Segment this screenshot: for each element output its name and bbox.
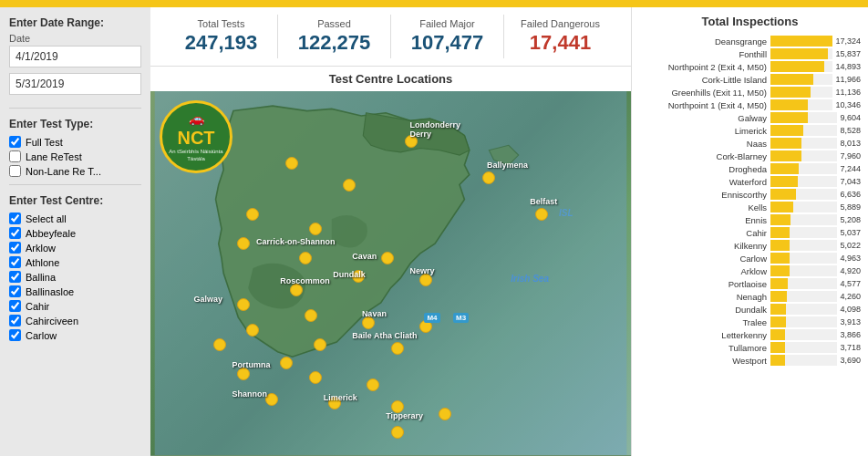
bar-name: Waterford <box>639 177 767 187</box>
carlow-checkbox[interactable] <box>9 329 21 341</box>
bar-container <box>770 291 837 302</box>
bar-fill <box>770 214 790 225</box>
bar-row: Westport3,690 <box>639 355 861 366</box>
centre-abbeyfeale: Abbeyfeale <box>9 227 141 239</box>
bar-name: Drogheda <box>639 164 767 174</box>
bar-name: Kilkenny <box>639 241 767 251</box>
bar-container <box>770 125 837 136</box>
bar-value: 4,098 <box>840 305 861 314</box>
label-m4: M4 <box>424 313 439 323</box>
failed-major-label: Failed Major <box>398 18 496 29</box>
total-tests-label: Total Tests <box>172 18 270 29</box>
bar-container <box>770 61 832 72</box>
label-m3: M3 <box>453 313 469 323</box>
centre-ballina: Ballina <box>9 271 141 283</box>
bar-row: Waterford7,043 <box>639 176 861 187</box>
bar-value: 4,920 <box>840 266 861 275</box>
bar-fill <box>770 253 790 264</box>
bar-fill <box>770 329 785 340</box>
bar-row: Deansgrange17,324 <box>639 36 861 47</box>
ballinasloe-checkbox[interactable] <box>9 285 21 297</box>
abbeyfeale-label: Abbeyfeale <box>26 228 76 239</box>
bar-name: Westport <box>639 356 767 366</box>
bar-row: Tullamore3,718 <box>639 342 861 353</box>
test-type-nonLane: Non-Lane Re T... <box>9 165 141 177</box>
bar-value: 3,913 <box>840 317 861 326</box>
abbeyfeale-checkbox[interactable] <box>9 227 21 239</box>
label-shannon: Shannon <box>232 389 268 399</box>
bar-row: Kilkenny5,022 <box>639 240 861 251</box>
bar-value: 7,960 <box>840 151 861 161</box>
centre-ballinasloe: Ballinasloe <box>9 285 141 297</box>
bar-fill <box>770 125 803 136</box>
bar-name: Enniscorthy <box>639 190 767 200</box>
nonLane-label: Non-Lane Re T... <box>26 166 101 177</box>
arklow-checkbox[interactable] <box>9 242 21 254</box>
label-portumna: Portumna <box>232 360 271 369</box>
bar-value: 6,636 <box>840 190 861 199</box>
dot-3 <box>246 208 259 221</box>
dot-dundalk <box>381 252 394 264</box>
label-roscommon: Roscommon <box>280 276 330 285</box>
bar-name: Galway <box>639 113 767 123</box>
bar-row: Northpoint 1 (Exit 4, M50)10,346 <box>639 99 861 110</box>
dot-baile <box>391 342 404 355</box>
bar-value: 15,837 <box>835 49 861 58</box>
nonLane-checkbox[interactable] <box>9 165 21 177</box>
selectall-checkbox[interactable] <box>9 212 21 224</box>
test-type-fulltest: Full Test <box>9 136 141 148</box>
arklow-label: Arklow <box>26 243 56 254</box>
divider-1 <box>9 108 141 109</box>
athlone-checkbox[interactable] <box>9 256 21 268</box>
centre-arklow: Arklow <box>9 242 141 254</box>
bar-row: Nenagh4,260 <box>639 291 861 302</box>
cahirciveen-checkbox[interactable] <box>9 315 21 326</box>
bar-fill <box>770 150 801 161</box>
bar-fill <box>770 265 790 276</box>
bar-name: Naas <box>639 139 767 149</box>
failed-dangerous-value: 17,441 <box>512 31 609 55</box>
bar-container <box>770 265 837 276</box>
cahir-checkbox[interactable] <box>9 300 21 312</box>
bars-container: Deansgrange17,324Fonthill15,837Northpoin… <box>639 36 861 366</box>
bar-row: Limerick8,528 <box>639 125 861 136</box>
bar-row: Letterkenny3,866 <box>639 329 861 340</box>
label-londonderry: LondonderryDerry <box>410 120 461 139</box>
dot-9 <box>213 338 226 351</box>
bar-fill <box>770 278 788 289</box>
label-carrick: Carrick-on-Shannon <box>256 237 336 246</box>
bar-row: Arklow4,920 <box>639 265 861 276</box>
label-baile: Baile Atha Cliath <box>352 331 417 340</box>
bar-container <box>770 99 832 110</box>
date-start-input[interactable] <box>9 46 141 67</box>
ballina-checkbox[interactable] <box>9 271 21 283</box>
bar-value: 3,866 <box>840 330 861 339</box>
bar-container <box>770 163 837 174</box>
bar-value: 5,037 <box>840 228 861 237</box>
bar-container <box>770 355 837 366</box>
stat-failed-dangerous: Failed Dangerous 17,441 <box>504 15 616 58</box>
bar-container <box>770 253 837 264</box>
bar-name: Tralee <box>639 317 767 327</box>
bar-container <box>770 87 832 98</box>
bar-container <box>770 74 832 85</box>
bar-container <box>770 48 832 59</box>
label-navan: Navan <box>362 309 387 318</box>
date-end-input[interactable] <box>9 73 141 95</box>
bar-container <box>770 189 837 200</box>
laneRetest-checkbox[interactable] <box>9 150 21 162</box>
fulltest-checkbox[interactable] <box>9 136 21 148</box>
dot-1 <box>285 157 298 170</box>
dot-tipperary <box>391 426 404 439</box>
bar-value: 8,528 <box>840 126 861 135</box>
laneRetest-label: Lane ReTest <box>26 151 82 162</box>
bar-row: Enniscorthy6,636 <box>639 189 861 200</box>
ballina-label: Ballina <box>26 272 56 283</box>
map-title: Test Centre Locations <box>150 67 631 91</box>
bar-value: 4,577 <box>840 279 861 288</box>
bar-value: 5,889 <box>840 202 861 212</box>
map-section: Test Centre Locations <box>150 67 631 456</box>
bar-name: Nenagh <box>639 292 767 302</box>
bar-value: 5,208 <box>840 215 861 224</box>
bar-name: Portlaoise <box>639 279 767 289</box>
